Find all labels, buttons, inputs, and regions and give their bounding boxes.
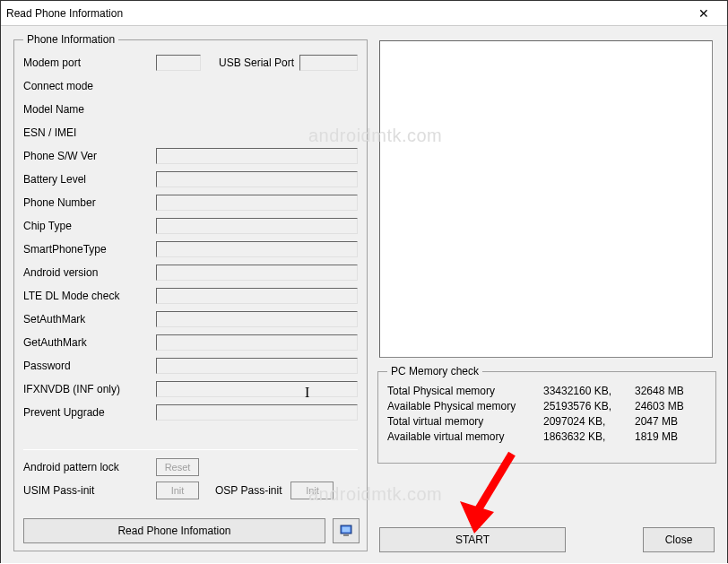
mem-kb: 2097024 KB,: [543, 415, 635, 428]
label-android-pattern-lock: Android pattern lock: [23, 461, 156, 473]
osp-init-button[interactable]: Init: [290, 482, 334, 499]
field-phone-sw-ver[interactable]: [156, 148, 358, 164]
close-icon: ✕: [698, 6, 709, 21]
field-chip-type[interactable]: [156, 218, 358, 234]
usim-init-button[interactable]: Init: [156, 482, 199, 499]
mem-label: Available Physical memory: [387, 400, 543, 412]
monitor-icon: [340, 525, 352, 537]
label-model-name: Model Name: [23, 103, 156, 116]
start-button[interactable]: START: [379, 527, 566, 552]
field-set-auth-mark[interactable]: [156, 311, 358, 327]
mem-row-2: Total virtual memory 2097024 KB, 2047 MB: [387, 413, 706, 429]
content-pane: Phone Information Modem port USB Serial …: [1, 26, 727, 563]
field-android-version[interactable]: [156, 265, 358, 281]
reset-button[interactable]: Reset: [156, 458, 199, 476]
pc-memory-group: PC Memory check Total Physical memory 33…: [377, 365, 716, 464]
mem-row-1: Available Physical memory 25193576 KB, 2…: [387, 398, 706, 413]
field-lte-dl-mode[interactable]: [156, 288, 358, 304]
label-get-auth-mark: GetAuthMark: [23, 336, 156, 349]
label-phone-sw-ver: Phone S/W Ver: [23, 150, 156, 162]
titlebar: Read Phone Information ✕: [1, 1, 727, 26]
label-esn-imei: ESN / IMEI: [23, 126, 156, 139]
label-android-version: Android version: [23, 266, 156, 279]
monitor-icon-button[interactable]: [333, 518, 360, 543]
pc-memory-legend: PC Memory check: [387, 365, 482, 377]
label-battery-level: Battery Level: [23, 173, 156, 186]
window-title: Read Phone Information: [6, 7, 686, 20]
window: Read Phone Information ✕ Phone Informati…: [0, 0, 728, 563]
divider: [23, 449, 358, 450]
label-connect-mode: Connect mode: [23, 80, 156, 92]
label-chip-type: Chip Type: [23, 220, 156, 232]
mem-kb: 33432160 KB,: [543, 385, 635, 397]
label-password: Password: [23, 360, 156, 372]
mem-kb: 25193576 KB,: [543, 400, 635, 412]
row-usim-pass-init: USIM Pass-init Init OSP Pass-init Init: [23, 479, 358, 502]
field-password[interactable]: [156, 358, 358, 374]
field-modem-port[interactable]: [156, 55, 201, 71]
log-textarea[interactable]: [379, 40, 713, 358]
label-lte-dl-mode: LTE DL Mode check: [23, 290, 156, 302]
field-phone-number[interactable]: [156, 195, 358, 211]
mem-label: Total Physical memory: [387, 385, 543, 397]
mem-mb: 1819 MB: [635, 430, 706, 443]
label-osp-pass-init: OSP Pass-init: [215, 484, 282, 497]
field-prevent-upgrade[interactable]: [156, 404, 358, 421]
svg-rect-1: [342, 527, 351, 533]
mem-kb: 1863632 KB,: [543, 430, 635, 443]
field-battery-level[interactable]: [156, 171, 358, 187]
label-modem-port: Modem port: [23, 56, 156, 69]
field-usb-serial[interactable]: [299, 55, 358, 71]
mem-label: Total virtual memory: [387, 415, 543, 428]
label-ifxnvdb: IFXNVDB (INF only): [23, 383, 156, 395]
mem-label: Available virtual memory: [387, 430, 543, 443]
phone-information-legend: Phone Information: [23, 33, 118, 46]
label-usb-serial: USB Serial Port: [219, 56, 294, 69]
mem-row-3: Available virtual memory 1863632 KB, 181…: [387, 429, 706, 444]
label-phone-number: Phone Number: [23, 196, 156, 209]
row-android-pattern-lock: Android pattern lock Reset: [23, 456, 358, 479]
row-modem-port: Modem port USB Serial Port: [23, 51, 358, 74]
window-close-button[interactable]: ✕: [686, 1, 722, 26]
close-button[interactable]: Close: [643, 527, 715, 552]
field-get-auth-mark[interactable]: [156, 334, 358, 351]
svg-rect-2: [343, 534, 349, 536]
label-set-auth-mark: SetAuthMark: [23, 313, 156, 325]
mem-mb: 2047 MB: [635, 415, 706, 428]
label-usim-pass-init: USIM Pass-init: [23, 484, 156, 497]
phone-information-group: Phone Information Modem port USB Serial …: [13, 33, 368, 551]
read-phone-info-button[interactable]: Read Phone Infomation: [23, 518, 325, 543]
mem-mb: 32648 MB: [635, 385, 706, 397]
field-smartphone-type[interactable]: [156, 241, 358, 257]
mem-row-0: Total Physical memory 33432160 KB, 32648…: [387, 383, 706, 398]
mem-mb: 24603 MB: [635, 400, 706, 412]
label-prevent-upgrade: Prevent Upgrade: [23, 406, 156, 419]
field-ifxnvdb[interactable]: [156, 381, 358, 397]
label-smartphone-type: SmartPhoneType: [23, 243, 156, 256]
